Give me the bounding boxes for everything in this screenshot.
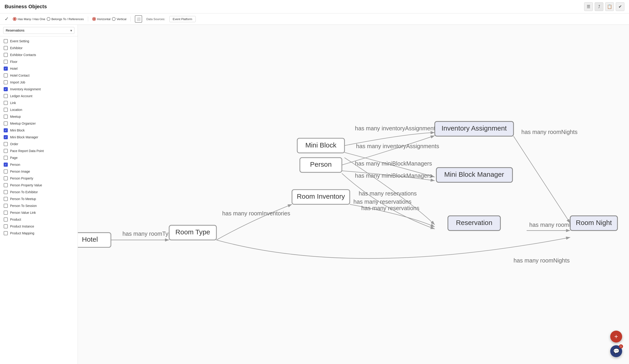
sidebar-item[interactable]: Floor	[0, 58, 78, 65]
sidebar-item-label-28: Product Mapping	[10, 231, 34, 235]
chat-icon: 💬	[613, 348, 619, 354]
sidebar-item[interactable]: Event Setting	[0, 38, 78, 45]
sidebar-checkbox-24[interactable]	[4, 204, 8, 208]
sidebar-item[interactable]: Page	[0, 154, 78, 161]
sidebar-item-label-27: Product Instance	[10, 225, 34, 228]
sidebar-checkbox-28[interactable]	[4, 231, 8, 235]
sidebar-item[interactable]: Mini Block Manager	[0, 134, 78, 141]
header: Business Objects ☰ ⤴ 📋 ✔	[0, 0, 629, 13]
sidebar-item[interactable]: Product Mapping	[0, 230, 78, 237]
sidebar-checkbox-21[interactable]	[4, 183, 8, 187]
sidebar-item[interactable]: Mini Block	[0, 127, 78, 134]
horizontal-radio[interactable]: Horizontal	[92, 17, 111, 21]
fab-add-button[interactable]: +	[610, 331, 622, 343]
sidebar-checkbox-14[interactable]	[4, 135, 8, 139]
menu-button[interactable]: ☰	[584, 2, 593, 11]
sidebar-checkbox-4[interactable]	[4, 67, 8, 71]
page-title: Business Objects	[4, 4, 47, 10]
sidebar-checkbox-20[interactable]	[4, 176, 8, 181]
sidebar-checkbox-15[interactable]	[4, 142, 8, 146]
clipboard-button[interactable]: 📋	[605, 2, 614, 11]
sidebar-checkbox-6[interactable]	[4, 80, 8, 84]
sidebar-checkbox-5[interactable]	[4, 73, 8, 78]
sidebar-checkbox-9[interactable]	[4, 101, 8, 105]
has-many-label: Has Many / Has One	[18, 17, 45, 21]
sidebar-checkbox-26[interactable]	[4, 217, 8, 222]
sidebar-item[interactable]: Product Instance	[0, 223, 78, 230]
sidebar-item[interactable]: Hotel Contact	[0, 72, 78, 79]
sidebar-checkbox-7[interactable]	[4, 87, 8, 91]
sidebar-checkbox-23[interactable]	[4, 197, 8, 201]
node-miniblockmanager-label: Mini Block Manager	[444, 171, 504, 178]
sidebar-checkbox-25[interactable]	[4, 211, 8, 215]
has-many-radio[interactable]: Has Many / Has One	[13, 17, 45, 21]
sidebar-item[interactable]: Person Image	[0, 168, 78, 175]
fab-container: + 💬 5	[610, 331, 622, 357]
sidebar-item[interactable]: Pace Report Data Point	[0, 148, 78, 154]
sidebar-item-label-23: Person To Meetup	[10, 197, 36, 201]
sidebar-item-label-13: Mini Block	[10, 128, 25, 132]
data-source-button[interactable]: Event Platform	[169, 16, 196, 22]
sidebar-item-label-17: Page	[10, 156, 18, 160]
sidebar-item-label-26: Product	[10, 218, 21, 221]
sidebar-select[interactable]: Reservations Events Sessions Products	[3, 27, 74, 34]
sidebar-checkbox-19[interactable]	[4, 170, 8, 174]
sidebar-item[interactable]: Person Value Link	[0, 209, 78, 216]
sidebar-item[interactable]: Person Property	[0, 175, 78, 182]
sidebar-checkbox-0[interactable]	[4, 39, 8, 43]
sidebar-item[interactable]: Ledger Account	[0, 92, 78, 99]
sidebar-item[interactable]: Exhibitor Contacts	[0, 51, 78, 58]
sidebar-checkbox-2[interactable]	[4, 53, 8, 57]
sidebar-checkbox-13[interactable]	[4, 128, 8, 132]
sidebar-item-label-22: Person To Exhibitor	[10, 190, 38, 194]
sidebar-checkbox-8[interactable]	[4, 94, 8, 98]
sidebar-item[interactable]: Person To Session	[0, 202, 78, 209]
sidebar-item[interactable]: Meetup Organizer	[0, 120, 78, 127]
node-roomtype-label: Room Type	[175, 228, 210, 236]
sidebar-item-label-16: Pace Report Data Point	[10, 149, 44, 153]
sidebar-item[interactable]: Exhibitor	[0, 45, 78, 51]
edge-roomtype-roomnight	[216, 237, 570, 258]
sidebar-item[interactable]: Inventory Assignment	[0, 86, 78, 92]
sidebar-item[interactable]: Person Property Value	[0, 182, 78, 189]
chat-badge: 5	[619, 344, 623, 349]
sidebar-item-label-19: Person Image	[10, 170, 30, 173]
vertical-radio[interactable]: Vertical	[112, 17, 127, 21]
sidebar-checkbox-3[interactable]	[4, 60, 8, 64]
sidebar-item[interactable]: Hotel	[0, 65, 78, 72]
diagram-area[interactable]: has many roomTypes has many roomInventor…	[78, 25, 629, 364]
sidebar-item[interactable]: Person	[0, 161, 78, 168]
check-icon: ✓	[4, 16, 9, 22]
sidebar-item[interactable]: Import Job	[0, 79, 78, 86]
sidebar-checkbox-17[interactable]	[4, 156, 8, 160]
sidebar-item[interactable]: Person To Meetup	[0, 195, 78, 202]
sidebar-item[interactable]: Product	[0, 216, 78, 223]
share-button[interactable]: ⤴	[595, 2, 603, 11]
vertical-label: Vertical	[117, 17, 127, 21]
sidebar-item[interactable]: Order	[0, 141, 78, 148]
edge-ia-roomnight	[513, 136, 570, 223]
sidebar-checkbox-27[interactable]	[4, 224, 8, 228]
fab-chat-button[interactable]: 💬 5	[610, 345, 622, 357]
horizontal-radio-circle	[92, 17, 96, 21]
screen-icon[interactable]: ⬜	[135, 15, 142, 23]
sidebar-checkbox-22[interactable]	[4, 190, 8, 194]
sidebar-list: Event SettingExhibitorExhibitor Contacts…	[0, 36, 78, 364]
sidebar-checkbox-16[interactable]	[4, 149, 8, 153]
sidebar-item[interactable]: Person To Exhibitor	[0, 189, 78, 195]
sidebar-checkbox-18[interactable]	[4, 163, 8, 167]
sidebar-checkbox-12[interactable]	[4, 121, 8, 125]
edge-label-mb-res: has many reservations	[359, 190, 417, 197]
sidebar-item-label-15: Order	[10, 142, 18, 146]
check-button[interactable]: ✔	[616, 2, 625, 11]
sidebar-item-label-10: Location	[10, 108, 22, 112]
sidebar-checkbox-1[interactable]	[4, 46, 8, 50]
edge-label-ri-res: has many reservations	[361, 205, 419, 211]
sidebar-checkbox-11[interactable]	[4, 114, 8, 119]
belongs-to-radio[interactable]: Belongs To / References	[47, 17, 84, 21]
sidebar-item[interactable]: Meetup	[0, 113, 78, 120]
sidebar-item[interactable]: Link	[0, 99, 78, 106]
sidebar-item-label-20: Person Property	[10, 177, 33, 180]
sidebar-item[interactable]: Location	[0, 106, 78, 113]
sidebar-checkbox-10[interactable]	[4, 108, 8, 112]
